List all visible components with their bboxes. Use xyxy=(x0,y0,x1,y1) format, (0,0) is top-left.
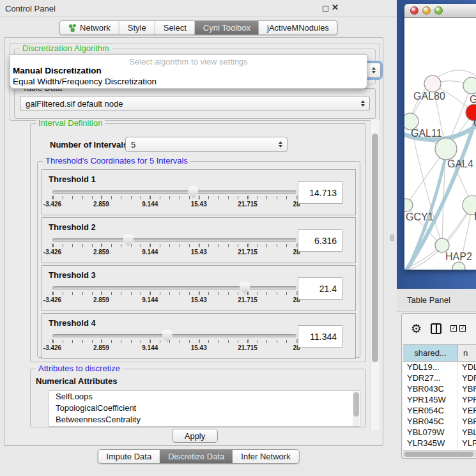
tab-jactivemnodules-label: jActiveMNodules xyxy=(267,23,329,33)
attributes-list-scrollbar[interactable] xyxy=(353,392,359,427)
threshold-3-track[interactable] xyxy=(52,286,296,289)
cell-name[interactable]: YDL1 xyxy=(458,362,476,372)
table-data-combobox[interactable]: galFiltered.sif default node xyxy=(20,96,370,111)
threshold-3-slider[interactable]: -3.426 2.859 9.144 15.43 21.715 28 xyxy=(52,281,296,309)
table-data-group: Table Data galFiltered.sif default node xyxy=(14,88,376,119)
label-gal4: GAL4 xyxy=(447,158,473,169)
tab-impute-data[interactable]: Impute Data xyxy=(98,450,160,463)
tab-style[interactable]: Style xyxy=(119,21,155,35)
cell-name[interactable]: YPR1 xyxy=(458,394,476,405)
split-columns-icon[interactable] xyxy=(431,323,441,334)
network-canvas[interactable]: GAL80 GA C GAL11 GAL4 GCY1 H HAP2 xyxy=(404,18,476,270)
checkbox-icon[interactable]: ✓ xyxy=(450,325,457,332)
tick-label: 15.43 xyxy=(191,249,207,256)
table-row[interactable]: YBR045CYBR0 xyxy=(403,416,476,427)
threshold-1-track[interactable] xyxy=(52,190,296,194)
column-header-shared-name[interactable]: shared... xyxy=(403,345,458,361)
cell-shared-name[interactable]: YBL079W xyxy=(403,427,458,438)
control-panel-title: Control Panel xyxy=(5,4,56,13)
list-item-topologicalcoefficient[interactable]: TopologicalCoefficient xyxy=(49,403,360,414)
node-gcy1[interactable] xyxy=(404,199,413,211)
cell-name[interactable]: YBR0 xyxy=(458,383,476,394)
node-gal80[interactable] xyxy=(424,75,441,92)
attributes-group: Attributes to discretize Numerical Attri… xyxy=(30,369,366,427)
tick-label: 21.715 xyxy=(238,201,257,208)
settings-scrollbar-thumb[interactable] xyxy=(372,134,378,362)
list-item-betweennesscentrality[interactable]: BetweennessCentrality xyxy=(49,414,360,426)
cell-shared-name[interactable]: YDL19... xyxy=(403,362,458,372)
cell-shared-name[interactable]: YER054C xyxy=(403,405,458,416)
float-panel-icon[interactable] xyxy=(323,6,328,12)
cell-shared-name[interactable]: YLR345W xyxy=(403,438,458,449)
dropdown-option-equal-width-frequency[interactable]: Equal Width/Frequency Discretization xyxy=(10,76,367,87)
cell-shared-name[interactable]: YDR27... xyxy=(403,372,458,383)
table-data-value: galFiltered.sif default node xyxy=(26,99,359,109)
threshold-4-value-field[interactable]: 11.344 xyxy=(298,325,342,348)
cell-shared-name[interactable]: YBR045C xyxy=(403,416,458,427)
gear-icon[interactable]: ⚙ xyxy=(411,323,422,335)
apply-button[interactable]: Apply xyxy=(172,429,218,443)
column-header-name[interactable]: n xyxy=(458,345,476,361)
table-row[interactable]: YBL079WYBL0 xyxy=(403,427,476,438)
zoom-window-icon[interactable] xyxy=(434,6,443,15)
dropdown-hint: Select algorithm to view settings xyxy=(10,55,367,65)
number-of-intervals-combobox[interactable]: 5 xyxy=(125,137,288,152)
numerical-attributes-list: SelfLoops TopologicalCoefficient Between… xyxy=(49,390,360,427)
table-row[interactable]: YDR27...YDR2 xyxy=(403,372,476,383)
node-hap2[interactable] xyxy=(435,238,449,252)
close-panel-icon[interactable]: ✕ xyxy=(332,3,339,12)
tab-infer-network[interactable]: Infer Network xyxy=(233,450,298,463)
network-window-titlebar[interactable] xyxy=(404,4,476,18)
tab-jactivemnodules[interactable]: jActiveMNodules xyxy=(259,21,337,35)
node-gal4[interactable] xyxy=(435,138,457,160)
right-region: GAL80 GA C GAL11 GAL4 GCY1 H HAP2 Table … xyxy=(397,0,476,476)
tick-label: 2.859 xyxy=(93,296,109,303)
cell-shared-name[interactable]: YPR145W xyxy=(403,394,458,405)
tick-label: 9.144 xyxy=(142,201,158,208)
settings-scrollbar[interactable] xyxy=(370,119,379,430)
cell-name[interactable]: YDR2 xyxy=(458,372,476,383)
panel-resize-grip[interactable] xyxy=(390,234,394,241)
threshold-4-track[interactable] xyxy=(52,334,296,337)
network-view-window[interactable]: GAL80 GA C GAL11 GAL4 GCY1 H HAP2 xyxy=(404,4,476,270)
checkbox-icon[interactable]: ✓ xyxy=(459,325,466,332)
cell-shared-name[interactable]: YBR043C xyxy=(403,383,458,394)
control-panel-region: Control Panel ✕ Network Style xyxy=(0,0,397,476)
threshold-2-track[interactable] xyxy=(52,238,296,242)
tab-network-label: Network xyxy=(80,23,111,33)
threshold-2-panel: Threshold 2 -3.426 2.859 9.144 15.43 xyxy=(42,217,356,263)
tab-select[interactable]: Select xyxy=(155,21,195,35)
table-row[interactable]: YLR345WYLR3 xyxy=(403,438,476,449)
dropdown-option-manual-discretization[interactable]: Manual Discretization xyxy=(10,65,367,76)
table-row[interactable]: YPR145WYPR1 xyxy=(403,394,476,405)
tick-label: 21.715 xyxy=(238,249,257,256)
cell-name[interactable]: YER0 xyxy=(458,405,476,416)
threshold-1-slider[interactable]: -3.426 2.859 9.144 15.43 21.715 28 xyxy=(52,185,296,213)
cell-name[interactable]: YBL0 xyxy=(458,427,476,438)
cell-name[interactable]: YLR3 xyxy=(458,438,476,449)
table-row[interactable]: YER054CYER0 xyxy=(403,405,476,416)
tab-network[interactable]: Network xyxy=(59,21,119,35)
minimize-window-icon[interactable] xyxy=(422,6,431,15)
stepper-icon xyxy=(370,67,378,73)
tick-label: 2.859 xyxy=(93,249,109,256)
threshold-4-tick-labels: -3.426 2.859 9.144 15.43 21.715 28 xyxy=(52,344,296,353)
tick-label: 2.859 xyxy=(93,344,109,351)
threshold-2-slider[interactable]: -3.426 2.859 9.144 15.43 21.715 28 xyxy=(52,233,296,261)
threshold-1-value-field[interactable]: 14.713 xyxy=(298,181,342,204)
table-row[interactable]: YDL19...YDL1 xyxy=(403,362,476,372)
tab-cyni-toolbox[interactable]: Cyni Toolbox xyxy=(195,21,259,35)
list-item-selfloops[interactable]: SelfLoops xyxy=(49,391,360,403)
threshold-2-value-field[interactable]: 6.316 xyxy=(298,229,342,252)
cell-name[interactable]: YBR0 xyxy=(458,416,476,427)
number-of-intervals-label: Number of Intervals xyxy=(50,140,128,150)
node-partial-bottom[interactable] xyxy=(452,262,465,270)
table-horizontal-scrollbar[interactable] xyxy=(403,450,476,457)
threshold-3-value-field[interactable]: 21.4 xyxy=(298,277,342,300)
table-horizontal-scrollbar-thumb[interactable] xyxy=(404,452,473,457)
table-row[interactable]: YBR043CYBR0 xyxy=(403,383,476,394)
close-window-icon[interactable] xyxy=(410,6,418,15)
node-partial-top-right[interactable] xyxy=(463,77,476,94)
threshold-4-slider[interactable]: -3.426 2.859 9.144 15.43 21.715 28 xyxy=(52,329,296,357)
tab-discretize-data[interactable]: Discretize Data xyxy=(160,450,233,463)
